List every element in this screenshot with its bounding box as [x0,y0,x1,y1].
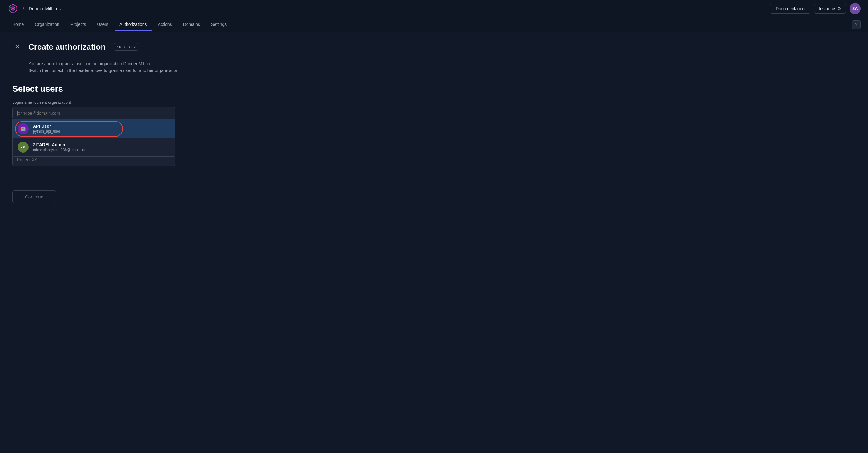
continue-button[interactable]: Continue [12,191,56,203]
info-text: You are about to grant a user for the or… [28,60,222,74]
page-title: Create authorization [28,42,105,52]
nav-projects[interactable]: Projects [66,18,91,31]
dropdown-item-api-user[interactable]: 🤖 API User python_api_user [12,120,175,138]
info-line-2: Switch the context in the header above t… [28,67,222,74]
gear-icon: ⚙ [837,6,841,11]
step-badge: Step 1 of 2 [112,43,141,51]
zitadel-admin-avatar: ZA [18,141,29,153]
api-user-username: python_api_user [33,129,60,134]
zitadel-admin-name: ZITADEL Admin [33,142,87,147]
page-header: ✕ Create authorization Step 1 of 2 [12,42,222,52]
zitadel-admin-info: ZITADEL Admin michaelgaryscott988@gmail.… [33,142,87,152]
api-user-name: API User [33,124,60,129]
documentation-button[interactable]: Documentation [770,4,810,13]
chevron-down-icon: ⌄ [59,6,62,11]
nav-settings[interactable]: Settings [206,18,232,31]
nav-authorizations[interactable]: Authorizations [115,18,152,31]
avatar[interactable]: ZA [849,3,861,14]
avatar-initials: ZA [852,6,858,11]
user-dropdown: 🤖 API User python_api_user ZA ZITADEL Ad… [12,120,176,157]
nav-domains[interactable]: Domains [178,18,205,31]
topbar: / Dunder Mifflin ⌄ Documentation Instanc… [0,0,868,17]
instance-button[interactable]: Instance ⚙ [814,4,846,13]
nav-home[interactable]: Home [7,18,29,31]
help-button[interactable]: ? [852,20,861,29]
zitadel-admin-username: michaelgaryscott988@gmail.com [33,148,87,152]
nav-actions[interactable]: Actions [153,18,177,31]
dropdown-container: 🤖 API User python_api_user ZA ZITADEL Ad… [12,107,176,120]
subnav: Home Organization Projects Users Authori… [0,17,868,32]
org-name: Dunder Mifflin [29,6,57,11]
main-content: ✕ Create authorization Step 1 of 2 You a… [0,32,234,213]
select-users-title: Select users [12,84,222,94]
logo-area [7,3,19,14]
api-user-avatar: 🤖 [18,123,29,134]
breadcrumb-separator: / [23,5,24,12]
close-button[interactable]: ✕ [12,42,22,52]
za-initials: ZA [21,145,26,149]
app-logo[interactable] [7,3,19,14]
dropdown-item-zitadel-admin[interactable]: ZA ZITADEL Admin michaelgaryscott988@gma… [12,138,175,156]
api-user-info: API User python_api_user [33,124,60,134]
login-field-label: Loginname (current organization) [12,100,222,105]
info-line-1: You are about to grant a user for the or… [28,60,222,67]
nav-organization[interactable]: Organization [30,18,64,31]
nav-users[interactable]: Users [92,18,113,31]
org-selector[interactable]: Dunder Mifflin ⌄ [29,6,62,11]
instance-label: Instance [819,6,835,11]
loginname-input[interactable] [12,107,176,120]
